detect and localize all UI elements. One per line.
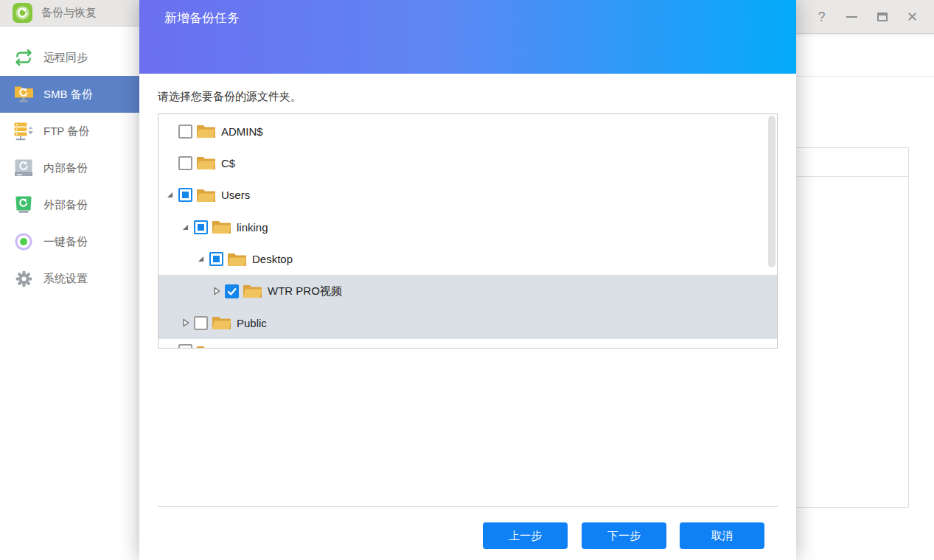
gear-icon [12,267,35,290]
tree-row[interactable]: Users [158,179,777,211]
footer-divider [158,506,778,507]
help-button[interactable]: ? [815,0,828,34]
sidebar-item-label: 一键备份 [43,235,88,249]
content-header-divider [796,76,934,77]
sync-icon [12,46,35,69]
tree-scrollbar-thumb[interactable] [768,116,776,267]
checkbox-indeterminate[interactable] [178,188,192,202]
sidebar-menu: 远程同步 SMB 备份 [0,27,139,297]
folder-icon [243,283,262,299]
sidebar-item-smb-backup[interactable]: SMB 备份 [0,76,139,113]
sidebar-item-remote-sync[interactable]: 远程同步 [0,39,139,76]
folder-label: linking [237,221,268,234]
sidebar-item-label: 远程同步 [43,51,88,65]
app-title: 备份与恢复 [41,6,97,20]
dialog-title: 新增备份任务 [164,10,240,27]
folder-icon [212,315,231,331]
sidebar-item-label: 外部备份 [43,198,88,212]
tree-row[interactable] [158,339,777,349]
checkbox-checked[interactable] [225,284,239,298]
background-panel [792,147,909,508]
app-titlebar-left: 备份与恢复 [0,0,139,27]
sidebar-item-label: SMB 备份 [43,88,93,102]
dialog-instruction: 请选择您要备份的源文件夹。 [158,90,302,104]
folder-icon [196,123,216,139]
app-logo-icon [13,3,32,23]
folder-label: ADMIN$ [221,125,263,138]
dialog-header: 新增备份任务 [139,0,796,74]
previous-step-button[interactable]: 上一步 [483,522,568,549]
checkbox-unchecked[interactable] [194,316,208,330]
sidebar: 备份与恢复 远程同步 [0,0,139,560]
checkbox-indeterminate[interactable] [209,252,223,266]
cancel-button[interactable]: 取消 [680,522,764,549]
checkbox-unchecked[interactable] [178,125,192,139]
folder-icon [196,187,216,203]
tree-row[interactable]: Public [158,307,777,339]
smb-folder-icon [12,83,35,106]
tree-row[interactable]: linking [158,211,777,243]
one-key-icon [12,230,35,253]
tree-row[interactable]: C$ [158,147,777,179]
tree-row[interactable]: WTR PRO视频 [158,275,777,307]
background-panel-header [792,148,908,177]
sidebar-item-label: 系统设置 [43,272,88,286]
folder-label: WTR PRO视频 [268,284,342,298]
folder-label: C$ [221,157,235,169]
close-button[interactable]: ✕ [906,0,919,34]
app-titlebar-right: ? ✕ [796,0,934,34]
expanded-arrow-icon[interactable] [167,192,178,198]
collapsed-arrow-icon[interactable] [213,287,225,295]
tree-row[interactable]: Desktop [158,243,777,276]
folder-icon [212,219,231,235]
folder-tree: ADMIN$C$UserslinkingDesktopWTR PRO视频Publ… [158,113,778,349]
folder-icon [227,251,247,267]
maximize-button[interactable] [876,0,888,34]
checkbox-unchecked[interactable] [178,344,192,349]
folder-label: Users [221,189,250,201]
folder-icon [196,344,216,349]
maximize-icon [877,13,888,21]
minimize-button[interactable] [846,0,858,34]
sidebar-item-label: 内部备份 [43,161,88,175]
expanded-arrow-icon[interactable] [198,256,209,262]
tree-row[interactable]: ADMIN$ [158,115,777,147]
next-step-button[interactable]: 下一步 [582,522,666,549]
sidebar-item-one-key-backup[interactable]: 一键备份 [0,223,139,260]
external-drive-icon [12,193,35,217]
folder-label: Desktop [252,253,293,265]
sidebar-item-system-settings[interactable]: 系统设置 [0,260,139,297]
new-backup-task-dialog: 新增备份任务 请选择您要备份的源文件夹。 ADMIN$C$Userslinkin… [139,0,796,560]
folder-label: Public [237,317,267,329]
folder-icon [196,155,216,171]
sidebar-item-ftp-backup[interactable]: FTP 备份 [0,113,139,150]
main-window-background: ? ✕ [796,0,934,560]
ftp-server-icon [12,119,35,143]
collapsed-arrow-icon[interactable] [182,318,194,327]
sidebar-item-external-backup[interactable]: 外部备份 [0,186,139,223]
checkbox-indeterminate[interactable] [194,220,208,234]
expanded-arrow-icon[interactable] [182,224,194,231]
checkbox-unchecked[interactable] [178,156,192,170]
sidebar-item-internal-backup[interactable]: 内部备份 [0,150,139,186]
internal-drive-icon [12,156,35,180]
minimize-icon [846,16,857,18]
sidebar-item-label: FTP 备份 [43,125,89,139]
